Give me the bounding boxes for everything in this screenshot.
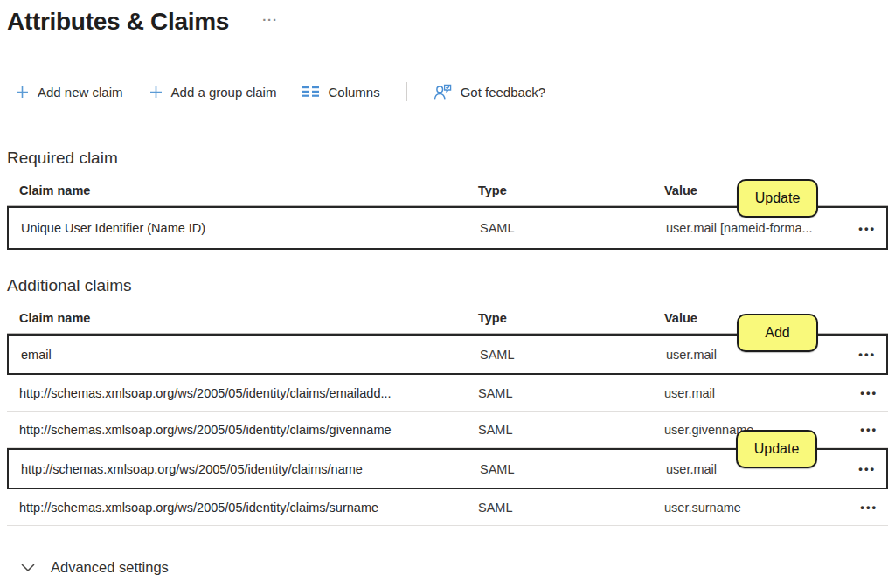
claim-name-cell: Unique User Identifier (Name ID) (21, 221, 480, 235)
row-menu-icon[interactable]: ••• (844, 462, 886, 475)
row-menu-icon[interactable]: ••• (844, 222, 886, 235)
row-menu-icon[interactable]: ••• (846, 501, 888, 514)
column-header-claim-name: Claim name (19, 183, 478, 197)
page-title: Attributes & Claims (7, 7, 229, 37)
columns-button[interactable]: Columns (302, 85, 379, 100)
got-feedback-label: Got feedback? (461, 85, 546, 100)
title-ellipsis-icon[interactable]: ··· (262, 12, 278, 27)
row-menu-icon[interactable]: ••• (846, 386, 888, 399)
row-menu-icon[interactable]: ••• (846, 423, 888, 436)
add-group-claim-label: Add a group claim (171, 85, 277, 100)
feedback-person-icon (434, 84, 452, 100)
annotation-add-email: Add (737, 314, 818, 352)
claim-value-cell: user.surname (664, 501, 846, 515)
claim-type-cell: SAML (478, 386, 664, 400)
claim-name-cell: email (21, 348, 480, 362)
advanced-settings-toggle[interactable]: Advanced settings (21, 559, 895, 576)
claim-type-cell: SAML (478, 501, 664, 515)
column-header-type: Type (478, 183, 664, 197)
claim-value-cell: user.mail (664, 386, 846, 400)
add-new-claim-label: Add new claim (38, 85, 123, 100)
toolbar-divider (406, 82, 407, 101)
column-header-type: Type (478, 311, 664, 325)
claim-name-cell: http://schemas.xmlsoap.org/ws/2005/05/id… (19, 501, 478, 515)
got-feedback-button[interactable]: Got feedback? (434, 84, 546, 100)
claim-name-cell: http://schemas.xmlsoap.org/ws/2005/05/id… (19, 386, 478, 400)
row-menu-icon[interactable]: ••• (844, 348, 886, 361)
command-bar: Add new claim Add a group claim Columns (16, 79, 895, 105)
plus-icon (149, 86, 163, 99)
claim-type-cell: SAML (480, 221, 666, 235)
table-row-emailaddress[interactable]: http://schemas.xmlsoap.org/ws/2005/05/id… (7, 375, 888, 412)
annotation-update-nameid: Update (737, 179, 818, 218)
annotation-update-name: Update (736, 430, 817, 468)
claim-type-cell: SAML (480, 348, 666, 362)
claim-name-cell: http://schemas.xmlsoap.org/ws/2005/05/id… (21, 462, 480, 476)
add-new-claim-button[interactable]: Add new claim (16, 85, 123, 100)
chevron-down-icon (21, 564, 35, 571)
claim-type-cell: SAML (480, 462, 666, 476)
required-claim-heading: Required claim (7, 149, 895, 168)
plus-icon (16, 86, 29, 99)
additional-claims-heading: Additional claims (7, 276, 895, 295)
columns-icon (302, 86, 319, 98)
table-row-surname[interactable]: http://schemas.xmlsoap.org/ws/2005/05/id… (7, 489, 888, 526)
claim-type-cell: SAML (478, 423, 664, 437)
attributes-claims-page: Attributes & Claims ··· Add new claim Ad… (0, 0, 895, 588)
columns-label: Columns (328, 85, 379, 100)
column-header-claim-name: Claim name (19, 311, 478, 325)
advanced-settings-label: Advanced settings (51, 559, 169, 576)
page-header: Attributes & Claims ··· (0, 0, 895, 38)
add-group-claim-button[interactable]: Add a group claim (149, 85, 277, 100)
claim-value-cell: user.mail [nameid-forma... (666, 221, 844, 235)
claim-name-cell: http://schemas.xmlsoap.org/ws/2005/05/id… (19, 423, 478, 437)
